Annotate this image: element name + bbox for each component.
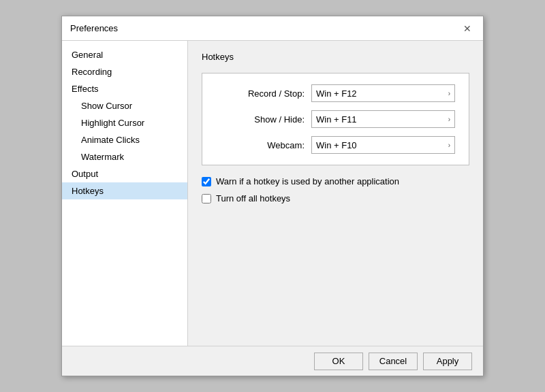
- hotkey-row-show-hide: Show / Hide:Win + F11›: [216, 110, 455, 128]
- sidebar-item-animate-clicks[interactable]: Animate Clicks: [62, 131, 187, 148]
- sidebar-item-watermark[interactable]: Watermark: [62, 148, 187, 165]
- ok-button[interactable]: OK: [314, 353, 363, 370]
- hotkey-label-webcam: Webcam:: [216, 140, 305, 150]
- chevron-right-icon: ›: [448, 116, 450, 123]
- checkbox-label-turn-off-hotkeys: Turn off all hotkeys: [216, 193, 290, 203]
- chevron-right-icon: ›: [448, 142, 450, 149]
- chevron-right-icon: ›: [448, 90, 450, 97]
- checkboxes-area: Warn if a hotkey is used by another appl…: [202, 176, 469, 203]
- preferences-dialog: Preferences ✕ GeneralRecordingEffectsSho…: [61, 16, 484, 376]
- hotkey-select-webcam[interactable]: Win + F10›: [311, 136, 455, 154]
- close-button[interactable]: ✕: [460, 21, 475, 36]
- checkbox-label-warn-hotkey: Warn if a hotkey is used by another appl…: [216, 176, 399, 186]
- checkbox-warn-hotkey[interactable]: [202, 177, 211, 186]
- checkbox-row-turn-off-hotkeys: Turn off all hotkeys: [202, 193, 469, 203]
- hotkey-select-show-hide[interactable]: Win + F11›: [311, 110, 455, 128]
- sidebar-item-general[interactable]: General: [62, 46, 187, 63]
- sidebar-item-output[interactable]: Output: [62, 165, 187, 182]
- dialog-footer: OK Cancel Apply: [62, 346, 483, 376]
- title-bar: Preferences ✕: [62, 16, 483, 41]
- hotkeys-box: Record / Stop:Win + F12›Show / Hide:Win …: [202, 73, 469, 165]
- checkbox-turn-off-hotkeys[interactable]: [202, 194, 211, 203]
- sidebar-item-hotkeys[interactable]: Hotkeys: [62, 182, 187, 199]
- content-area: Hotkeys Record / Stop:Win + F12›Show / H…: [188, 41, 483, 346]
- dialog-body: GeneralRecordingEffectsShow CursorHighli…: [62, 41, 483, 346]
- hotkey-row-record-stop: Record / Stop:Win + F12›: [216, 84, 455, 102]
- sidebar-item-effects[interactable]: Effects: [62, 80, 187, 97]
- sidebar: GeneralRecordingEffectsShow CursorHighli…: [62, 41, 188, 346]
- hotkey-label-show-hide: Show / Hide:: [216, 114, 305, 125]
- sidebar-item-highlight-cursor[interactable]: Highlight Cursor: [62, 114, 187, 131]
- hotkey-label-record-stop: Record / Stop:: [216, 88, 305, 99]
- hotkey-row-webcam: Webcam:Win + F10›: [216, 136, 455, 154]
- sidebar-item-recording[interactable]: Recording: [62, 63, 187, 80]
- dialog-title: Preferences: [70, 23, 118, 33]
- sidebar-item-show-cursor[interactable]: Show Cursor: [62, 97, 187, 114]
- hotkey-select-record-stop[interactable]: Win + F12›: [311, 84, 455, 102]
- cancel-button[interactable]: Cancel: [369, 353, 418, 370]
- section-title: Hotkeys: [202, 52, 469, 62]
- checkbox-row-warn-hotkey: Warn if a hotkey is used by another appl…: [202, 176, 469, 186]
- apply-button[interactable]: Apply: [423, 353, 472, 370]
